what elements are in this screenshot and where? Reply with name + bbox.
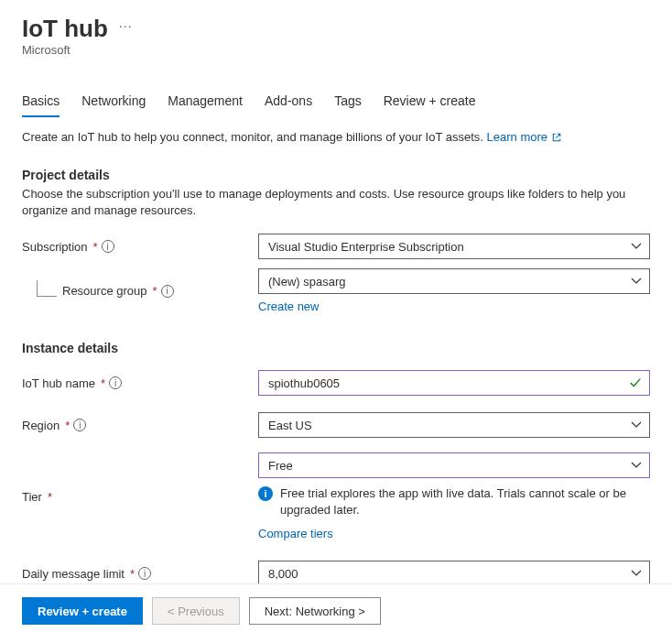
info-icon[interactable]: i bbox=[161, 285, 174, 298]
info-icon[interactable]: i bbox=[102, 240, 114, 253]
publisher-label: Microsoft bbox=[22, 43, 650, 57]
info-icon[interactable]: i bbox=[138, 567, 151, 580]
checkmark-icon bbox=[629, 376, 642, 389]
learn-more-link[interactable]: Learn more bbox=[487, 130, 562, 144]
region-select[interactable]: East US bbox=[258, 412, 650, 438]
tier-select[interactable]: Free bbox=[258, 452, 650, 478]
chevron-down-icon bbox=[631, 276, 642, 287]
required-marker: * bbox=[93, 240, 98, 254]
info-icon[interactable]: i bbox=[73, 419, 86, 431]
iot-hub-name-label: IoT hub name bbox=[22, 376, 95, 390]
tier-label: Tier bbox=[22, 490, 42, 504]
next-button[interactable]: Next: Networking > bbox=[249, 597, 381, 625]
intro-text: Create an IoT hub to help you connect, m… bbox=[22, 130, 650, 144]
project-details-desc: Choose the subscription you'll use to ma… bbox=[22, 186, 645, 219]
instance-details-heading: Instance details bbox=[22, 341, 650, 355]
required-marker: * bbox=[153, 284, 157, 298]
project-details-heading: Project details bbox=[22, 168, 650, 182]
tab-tags[interactable]: Tags bbox=[334, 88, 362, 117]
iot-hub-name-input[interactable]: spiothub0605 bbox=[258, 370, 650, 396]
subscription-label: Subscription bbox=[22, 240, 88, 254]
tab-basics[interactable]: Basics bbox=[22, 88, 60, 117]
required-marker: * bbox=[130, 567, 135, 581]
previous-button: < Previous bbox=[152, 597, 240, 625]
tab-bar: Basics Networking Management Add-ons Tag… bbox=[22, 88, 650, 117]
chevron-down-icon bbox=[631, 241, 642, 252]
tree-elbow-icon bbox=[37, 280, 57, 297]
chevron-down-icon bbox=[631, 420, 642, 430]
review-create-button[interactable]: Review + create bbox=[22, 597, 143, 625]
tab-addons[interactable]: Add-ons bbox=[265, 88, 312, 117]
required-marker: * bbox=[101, 376, 105, 390]
resource-group-select[interactable]: (New) spasarg bbox=[258, 268, 650, 294]
tab-management[interactable]: Management bbox=[168, 88, 243, 117]
more-menu-icon[interactable]: ··· bbox=[115, 18, 136, 33]
external-link-icon bbox=[551, 132, 562, 143]
chevron-down-icon bbox=[631, 460, 642, 471]
tier-info-text: Free trial explores the app with live da… bbox=[280, 485, 650, 518]
wizard-footer: Review + create < Previous Next: Network… bbox=[0, 583, 672, 643]
create-new-rg-link[interactable]: Create new bbox=[258, 300, 319, 313]
info-icon[interactable]: i bbox=[109, 376, 122, 389]
chevron-down-icon bbox=[631, 568, 642, 579]
region-label: Region bbox=[22, 419, 60, 432]
compare-tiers-link[interactable]: Compare tiers bbox=[258, 527, 333, 540]
subscription-select[interactable]: Visual Studio Enterprise Subscription bbox=[258, 234, 650, 259]
required-marker: * bbox=[65, 419, 70, 432]
resource-group-label: Resource group bbox=[62, 284, 147, 298]
info-badge-icon: i bbox=[258, 486, 273, 501]
required-marker: * bbox=[48, 490, 52, 504]
page-title: IoT hub bbox=[22, 15, 108, 43]
daily-limit-label: Daily message limit bbox=[22, 567, 125, 581]
tab-networking[interactable]: Networking bbox=[81, 88, 146, 117]
tab-review[interactable]: Review + create bbox=[384, 88, 476, 117]
